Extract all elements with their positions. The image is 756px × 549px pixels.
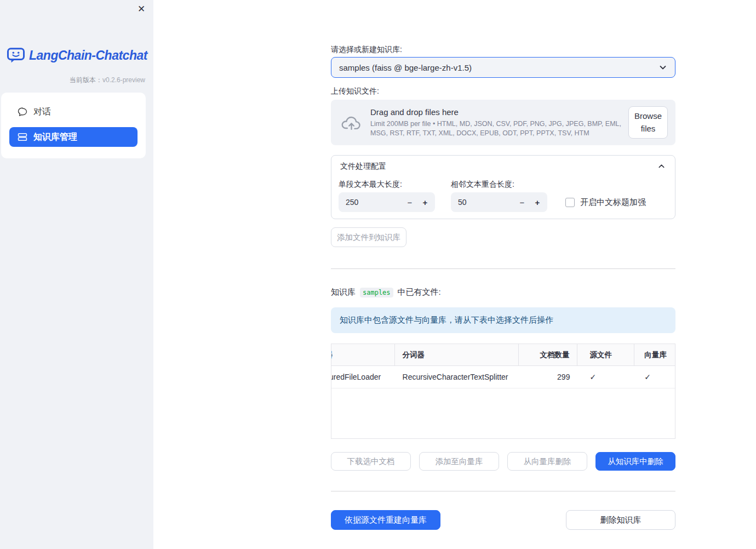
decrement-button[interactable]: − — [402, 195, 417, 210]
stacked-cards-icon — [17, 131, 28, 142]
increment-button[interactable]: + — [417, 195, 433, 210]
chat-bubble-icon — [17, 106, 28, 117]
upload-label: 上传知识文件: — [331, 87, 379, 96]
browse-files-button[interactable]: Browse files — [628, 106, 668, 139]
rebuild-vector-store-button[interactable]: 依据源文件重建向量库 — [331, 510, 440, 530]
logo-chat-icon — [7, 47, 25, 64]
sidebar-menu: 对话 知识库管理 — [1, 93, 146, 158]
version-info: 当前版本：v0.2.6-preview — [0, 76, 145, 85]
table-row[interactable]: uredFileLoader RecursiveCharacterTextSpl… — [331, 366, 675, 388]
column-header-doc-count[interactable]: 文档数量 — [519, 344, 578, 365]
divider — [331, 268, 675, 269]
delete-from-vector-store-button[interactable]: 从向量库删除 — [507, 452, 587, 471]
sidebar-item-dialogue[interactable]: 对话 — [9, 102, 138, 122]
kb-files-heading: 知识库 samples 中已有文件: — [331, 287, 441, 298]
uploader-limit-text: Limit 200MB per file • HTML, MD, JSON, C… — [370, 119, 628, 138]
main-content: 请选择或新建知识库: samples (faiss @ bge-large-zh… — [331, 0, 676, 549]
app-window: ✕ LangChain-Chatchat 当前版本：v0.2.6-preview — [0, 0, 756, 549]
column-header-vector-store[interactable]: 向量库 — [634, 344, 675, 365]
expander-title: 文件处理配置 — [340, 162, 657, 171]
chevron-down-icon — [658, 63, 667, 72]
cell-loader: uredFileLoader — [331, 366, 395, 388]
download-selected-button[interactable]: 下载选中文档 — [331, 452, 411, 471]
app-logo: LangChain-Chatchat — [7, 47, 147, 64]
chunk-size-input[interactable]: 250 − + — [339, 192, 435, 212]
cell-splitter: RecursiveCharacterTextSplitter — [395, 366, 519, 388]
kb-files-suffix: 中已有文件: — [398, 287, 441, 298]
chunk-size-label: 单段文本最大长度: — [339, 180, 402, 190]
checkbox-label: 开启中文标题加强 — [580, 197, 646, 208]
decrement-button[interactable]: − — [514, 195, 530, 210]
divider — [331, 491, 675, 491]
column-header-loader[interactable]: 器 — [331, 344, 395, 365]
uploader-texts: Drag and drop files here Limit 200MB per… — [370, 107, 628, 138]
kb-select-label: 请选择或新建知识库: — [331, 45, 402, 55]
column-header-source-file[interactable]: 源文件 — [577, 344, 634, 365]
uploader-title: Drag and drop files here — [370, 107, 628, 117]
files-table[interactable]: 器 分词器 文档数量 源文件 向量库 uredFileLoader Recurs… — [331, 344, 675, 439]
increment-button[interactable]: + — [530, 195, 545, 210]
cloud-upload-icon — [341, 114, 363, 131]
delete-from-kb-button[interactable]: 从知识库中删除 — [595, 452, 675, 471]
overlap-label: 相邻文本重合长度: — [451, 180, 514, 190]
chevron-up-icon — [657, 162, 666, 171]
checkbox-icon — [565, 198, 575, 207]
version-label: 当前版本： — [70, 76, 102, 84]
version-value: v0.2.6-preview — [102, 76, 145, 84]
cell-vector-store-check: ✓ — [634, 366, 675, 388]
sidebar-close-icon[interactable]: ✕ — [135, 3, 148, 16]
column-header-splitter[interactable]: 分词器 — [395, 344, 519, 365]
info-banner: 知识库中包含源文件与向量库，请从下表中选择文件后操作 — [331, 307, 675, 333]
info-banner-text: 知识库中包含源文件与向量库，请从下表中选择文件后操作 — [340, 315, 553, 325]
sidebar-item-knowledge-base[interactable]: 知识库管理 — [9, 127, 138, 147]
chunk-size-value: 250 — [346, 198, 402, 207]
expander-header[interactable]: 文件处理配置 — [331, 156, 675, 178]
kb-select-dropdown[interactable]: samples (faiss @ bge-large-zh-v1.5) — [331, 57, 675, 78]
sidebar-item-label: 对话 — [33, 106, 51, 118]
sidebar-item-label: 知识库管理 — [33, 131, 77, 143]
sidebar: ✕ LangChain-Chatchat 当前版本：v0.2.6-preview — [0, 0, 153, 549]
cell-source-file-check: ✓ — [577, 366, 634, 388]
kb-select-value: samples (faiss @ bge-large-zh-v1.5) — [339, 63, 658, 72]
zh-title-enhance-checkbox[interactable]: 开启中文标题加强 — [565, 197, 646, 208]
add-to-vector-store-button[interactable]: 添加至向量库 — [419, 452, 499, 471]
file-config-expander: 文件处理配置 单段文本最大长度: 相邻文本重合长度: 250 − + 50 − … — [331, 155, 675, 219]
logo-text: LangChain-Chatchat — [29, 48, 147, 63]
delete-kb-button[interactable]: 删除知识库 — [566, 510, 675, 530]
kb-files-prefix: 知识库 — [331, 287, 356, 298]
file-uploader-dropzone[interactable]: Drag and drop files here Limit 200MB per… — [331, 100, 675, 145]
overlap-value: 50 — [458, 198, 514, 207]
overlap-input[interactable]: 50 − + — [451, 192, 547, 212]
cell-doc-count: 299 — [519, 366, 578, 388]
add-files-to-kb-button[interactable]: 添加文件到知识库 — [331, 227, 406, 247]
table-header-row: 器 分词器 文档数量 源文件 向量库 — [331, 344, 675, 366]
kb-name-code: samples — [360, 288, 393, 298]
